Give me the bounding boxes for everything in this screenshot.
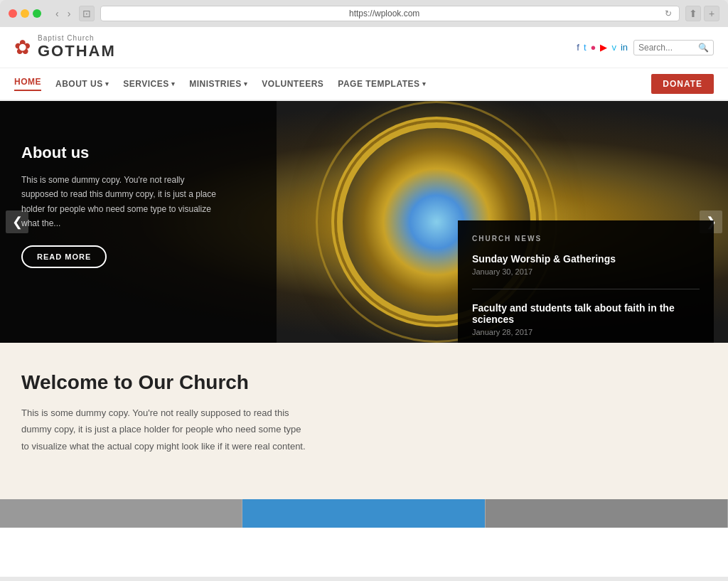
nav-home[interactable]: HOME	[14, 77, 41, 91]
news-title-1[interactable]: Sunday Worship & Gatherings	[472, 253, 700, 265]
vimeo-icon[interactable]: v	[611, 42, 616, 53]
news-item-1: Sunday Worship & Gatherings January 30, …	[472, 253, 700, 289]
chevron-down-icon: ▾	[244, 80, 248, 87]
top-bar: ✿ Baptist Church GOTHAM f t ● ▶ v in 🔍	[0, 27, 728, 68]
news-overlay: CHURCH NEWS Sunday Worship & Gatherings …	[458, 220, 714, 343]
instagram-icon[interactable]: ●	[591, 42, 596, 53]
hero-slider: About us This is some dummy copy. You're…	[0, 101, 728, 343]
facebook-icon[interactable]: f	[577, 42, 579, 53]
twitter-icon[interactable]: t	[584, 42, 587, 53]
thumbnail-3	[486, 499, 728, 528]
linkedin-icon[interactable]: in	[621, 42, 628, 53]
logo-name: GOTHAM	[38, 42, 116, 60]
nav-services[interactable]: SERVICES ▾	[123, 79, 175, 89]
chevron-down-icon: ▾	[105, 80, 109, 87]
new-tab-button[interactable]: +	[704, 6, 719, 21]
thumbnail-1	[0, 499, 242, 528]
thumbnail-2	[242, 499, 485, 528]
logo-text: Baptist Church GOTHAM	[38, 34, 116, 60]
hero-content: About us This is some dummy copy. You're…	[21, 144, 220, 268]
close-button[interactable]	[9, 9, 17, 18]
search-button[interactable]: 🔍	[698, 43, 709, 53]
search-input[interactable]	[638, 43, 695, 53]
slider-prev-button[interactable]: ❮	[6, 210, 28, 233]
welcome-title: Welcome to Our Church	[21, 371, 309, 394]
nav-bar: HOME ABOUT US ▾ SERVICES ▾ MINISTRIES ▾ …	[0, 68, 728, 101]
window-mode-button[interactable]: ⊡	[79, 6, 95, 21]
logo-tagline: Baptist Church	[38, 34, 116, 42]
traffic-lights	[9, 9, 41, 18]
news-title-2[interactable]: Faculty and students talk about faith in…	[472, 302, 700, 325]
nav-ministries[interactable]: MINISTRIES ▾	[189, 79, 247, 89]
welcome-text: This is some dummy copy. You're not real…	[21, 405, 309, 454]
news-date-2: January 28, 2017	[472, 328, 700, 336]
address-bar[interactable]: https://wplook.com ↻	[100, 6, 680, 21]
nav-page-templates[interactable]: PAGE TEMPLATES ▾	[338, 79, 426, 89]
search-bar: 🔍	[633, 40, 714, 55]
back-button[interactable]: ‹	[53, 6, 62, 21]
social-icons: f t ● ▶ v in	[577, 42, 628, 53]
website: ✿ Baptist Church GOTHAM f t ● ▶ v in 🔍 H…	[0, 27, 728, 577]
hero-title: About us	[21, 144, 220, 162]
nav-volunteers[interactable]: VOLUNTEERS	[262, 79, 323, 89]
browser-nav-buttons: ‹ ›	[53, 6, 73, 21]
welcome-left: Welcome to Our Church This is some dummy…	[21, 371, 330, 471]
chevron-down-icon: ▾	[422, 80, 427, 87]
maximize-button[interactable]	[33, 9, 41, 18]
forward-button[interactable]: ›	[65, 6, 74, 21]
logo-area: ✿ Baptist Church GOTHAM	[14, 34, 116, 60]
browser-chrome: ‹ › ⊡ https://wplook.com ↻ ⬆ +	[0, 0, 728, 27]
youtube-icon[interactable]: ▶	[600, 42, 607, 53]
bottom-thumbnails	[0, 499, 728, 528]
welcome-section: Welcome to Our Church This is some dummy…	[0, 343, 728, 499]
hero-text: This is some dummy copy. You're not real…	[21, 173, 220, 231]
read-more-button[interactable]: READ MORE	[21, 245, 107, 268]
share-button[interactable]: ⬆	[685, 6, 701, 21]
donate-button[interactable]: DONATE	[651, 74, 714, 94]
logo-icon: ✿	[14, 36, 31, 59]
url-text: https://wplook.com	[108, 9, 660, 18]
social-search-bar: f t ● ▶ v in 🔍	[577, 40, 714, 55]
chevron-down-icon: ▾	[171, 80, 176, 87]
news-item-2: Faculty and students talk about faith in…	[472, 302, 700, 343]
news-date-1: January 30, 2017	[472, 267, 700, 276]
refresh-button[interactable]: ↻	[665, 9, 672, 18]
welcome-right	[330, 371, 707, 471]
minimize-button[interactable]	[21, 9, 29, 18]
nav-about-us[interactable]: ABOUT US ▾	[55, 79, 109, 89]
news-label: CHURCH NEWS	[472, 235, 700, 242]
